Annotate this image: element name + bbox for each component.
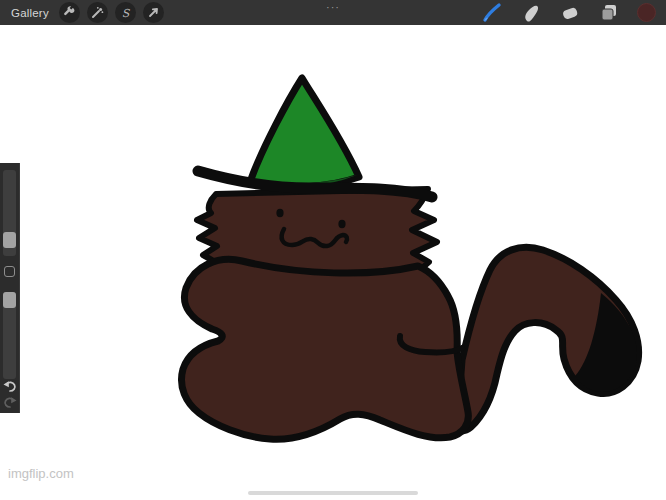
layers-tool-icon[interactable] xyxy=(598,2,620,24)
wrench-icon xyxy=(63,6,76,19)
selection-button[interactable]: S xyxy=(115,2,136,23)
svg-text:S: S xyxy=(122,7,131,20)
imgflip-watermark: imgflip.com xyxy=(8,466,74,481)
magic-wand-icon xyxy=(91,6,104,19)
procreate-app: Gallery S ··· xyxy=(0,0,666,500)
undo-icon xyxy=(2,379,18,393)
actions-button[interactable] xyxy=(59,2,80,23)
cat-eye-left xyxy=(276,209,283,217)
brush-size-handle[interactable] xyxy=(3,232,16,248)
brush-sidebar xyxy=(0,163,20,413)
selection-s-icon: S xyxy=(119,6,132,19)
home-indicator[interactable] xyxy=(248,491,418,495)
transform-button[interactable] xyxy=(143,2,164,23)
cat-eye-right xyxy=(338,220,345,228)
paint-tools xyxy=(481,0,666,25)
modify-button[interactable] xyxy=(4,266,15,277)
drawing-canvas[interactable] xyxy=(0,0,666,500)
opacity-handle[interactable] xyxy=(3,292,16,308)
gallery-button[interactable]: Gallery xyxy=(11,7,49,19)
top-toolbar: Gallery S ··· xyxy=(0,0,666,25)
redo-icon xyxy=(2,395,18,409)
eraser-tool-icon[interactable] xyxy=(559,2,581,24)
smudge-tool-icon[interactable] xyxy=(520,2,542,24)
redo-button[interactable] xyxy=(2,395,18,413)
color-swatch-button[interactable] xyxy=(637,3,656,22)
adjustments-button[interactable] xyxy=(87,2,108,23)
transform-arrow-icon xyxy=(147,6,160,19)
brush-tool-icon[interactable] xyxy=(481,2,503,24)
hat-cone xyxy=(250,78,359,187)
